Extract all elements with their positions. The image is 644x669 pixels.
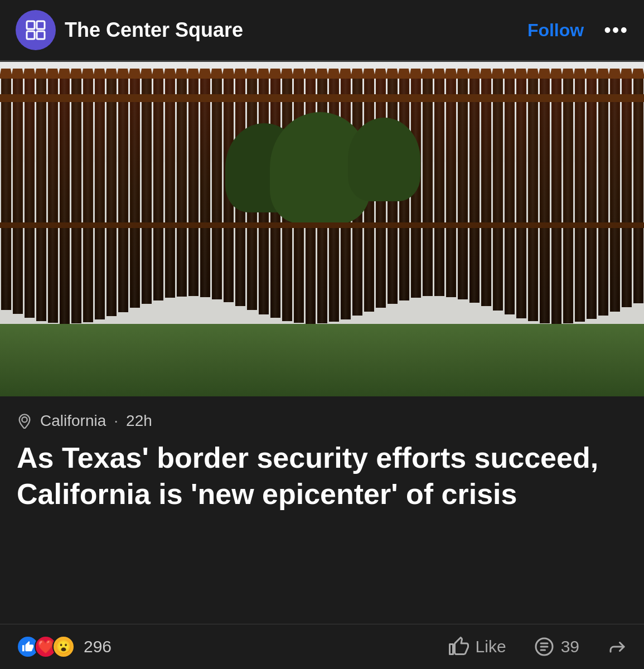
fence-slat [493,73,503,311]
fence-slat [165,73,175,298]
fence-slat [95,73,105,319]
post-header: The Center Square Follow ••• [0,0,644,60]
more-options-button[interactable]: ••• [604,18,628,42]
actions-bar: ❤️ 😮 296 Like 39 [0,624,644,669]
article-time: 22h [126,412,152,430]
fence-slat [130,73,140,308]
fence-slat [177,73,187,297]
thumbs-up-small-icon [22,641,34,653]
header-actions: Follow ••• [527,18,628,42]
comment-count: 39 [561,637,579,656]
svg-rect-1 [37,21,45,29]
reactions-section: ❤️ 😮 296 [17,636,449,658]
haha-reaction-icon: 😮 [52,636,75,658]
fence-slat [48,73,58,323]
source-avatar[interactable] [16,10,56,50]
share-button[interactable] [607,637,627,657]
article-meta: California · 22h [17,412,627,430]
fence-slat [83,73,93,322]
action-buttons-group: Like 39 [449,637,627,657]
fence-slat [200,73,210,297]
fence-slat [610,73,620,312]
fence-slat [540,73,550,323]
tree-right [348,118,420,201]
fence-slat [71,73,81,323]
source-info: The Center Square [16,10,243,50]
like-icon [449,637,469,657]
svg-rect-3 [37,31,45,39]
fence-slat [469,73,480,303]
fence-slat [60,73,70,324]
avatar-icon [24,18,47,42]
follow-button[interactable]: Follow [527,20,584,41]
like-button[interactable]: Like [449,637,506,657]
fence-slat [13,73,23,314]
comment-button[interactable]: 39 [534,637,579,657]
fence-slat [188,73,198,296]
fence-slat [551,73,561,324]
svg-rect-2 [27,31,35,39]
trees-behind-fence [225,112,437,268]
fence-slat [622,73,632,307]
reaction-emoji-group: ❤️ 😮 [17,636,75,658]
article-title[interactable]: As Texas' border security efforts succee… [17,440,627,512]
fence-slat [212,73,222,299]
fence-slat [118,73,128,312]
fence-slat [528,73,538,321]
like-label: Like [476,637,506,656]
svg-rect-0 [27,21,35,29]
fence-rail-mid [0,222,644,228]
fence-slat [153,73,163,300]
fence-slat [516,73,526,318]
article-hero-image [0,62,644,396]
fence-slat [36,73,46,321]
fence-slat [458,73,468,299]
fence-slat [587,73,597,319]
fence-slat [598,73,608,316]
reaction-count: 296 [84,637,112,656]
fence-slat [563,73,573,323]
svg-point-4 [22,417,27,422]
meta-dot: · [114,412,118,430]
fence-slat [481,73,491,306]
article-content: California · 22h As Texas' border securi… [0,396,644,624]
post-card: The Center Square Follow ••• Califor [0,0,644,669]
fence-slat [505,73,515,314]
fence-rail-top [0,94,644,102]
share-icon [607,637,627,657]
location-icon [17,413,32,429]
source-name-label[interactable]: The Center Square [65,18,243,42]
ground-vegetation [0,324,644,396]
fence-slat [142,73,152,304]
article-location: California [40,412,106,430]
fence-slat [1,73,11,310]
fence-slat [25,73,35,318]
fence-slat [446,73,456,297]
comment-icon [534,637,554,657]
fence-slat [106,73,117,316]
fence-slat [633,73,643,303]
fence-slat [575,73,585,322]
